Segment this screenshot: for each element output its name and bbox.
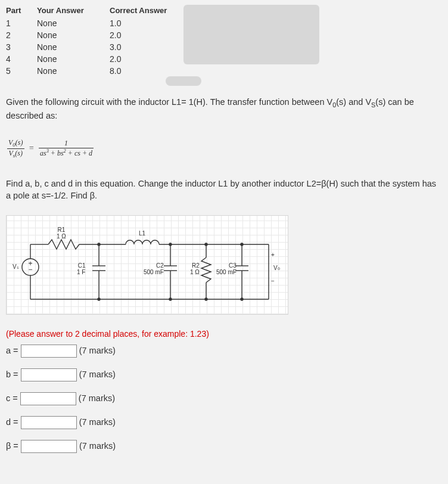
table-row: 4 None 2.0 bbox=[6, 53, 182, 65]
field-a-row: a = (7 marks) bbox=[6, 345, 442, 358]
label-d: d = bbox=[6, 417, 18, 427]
vo-minus: − bbox=[271, 278, 275, 284]
hdr-your: Your Answer bbox=[37, 5, 110, 17]
vs-label: Vₛ bbox=[13, 263, 19, 270]
marks-d: (7 marks) bbox=[79, 417, 116, 427]
c3-label: C3500 mF bbox=[216, 262, 237, 275]
label-beta: β = bbox=[6, 441, 18, 451]
svg-point-22 bbox=[98, 243, 100, 246]
hdr-correct: Correct Answer bbox=[110, 5, 182, 17]
field-c-row: c = (7 marks) bbox=[6, 392, 442, 405]
marks-b: (7 marks) bbox=[79, 370, 116, 379]
field-beta-row: β = (7 marks) bbox=[6, 440, 442, 453]
hdr-part: Part bbox=[6, 5, 37, 17]
svg-point-28 bbox=[205, 298, 207, 300]
field-b-row: b = (7 marks) bbox=[6, 368, 442, 381]
svg-point-29 bbox=[241, 298, 243, 300]
input-beta[interactable] bbox=[21, 440, 77, 453]
l1-label: L1 bbox=[139, 230, 145, 237]
vo-plus: + bbox=[271, 252, 275, 258]
table-row: 5 None 8.0 bbox=[6, 65, 182, 77]
field-d-row: d = (7 marks) bbox=[6, 416, 442, 429]
svg-point-25 bbox=[241, 243, 243, 246]
c1-label: C11 F bbox=[77, 262, 85, 275]
svg-point-27 bbox=[169, 298, 172, 300]
c2-label: C2500 mF bbox=[144, 262, 164, 275]
marks-a: (7 marks) bbox=[79, 346, 116, 355]
r2-label: R21 Ω bbox=[190, 262, 200, 275]
obscured-region bbox=[166, 76, 201, 86]
input-c[interactable] bbox=[20, 392, 76, 405]
input-b[interactable] bbox=[21, 368, 77, 381]
question-task: Find a, b, c and d in this equation. Cha… bbox=[6, 178, 442, 202]
vo-label: V₀ bbox=[273, 265, 280, 271]
question-intro: Given the following circuit with the ind… bbox=[6, 96, 442, 122]
label-b: b = bbox=[6, 370, 18, 379]
circuit-diagram: + − R11 Ω L1 C11 F C2500 mF R21 Ω C3500 … bbox=[6, 215, 288, 315]
table-row: 3 None 3.0 bbox=[6, 41, 182, 53]
svg-point-23 bbox=[169, 243, 172, 246]
svg-text:−: − bbox=[28, 265, 32, 274]
answers-table: Part Your Answer Correct Answer 1 None 1… bbox=[6, 5, 182, 77]
svg-point-26 bbox=[98, 298, 100, 300]
svg-point-24 bbox=[205, 243, 207, 246]
label-c: c = bbox=[6, 393, 18, 403]
obscured-region bbox=[183, 5, 319, 64]
input-a[interactable] bbox=[21, 345, 77, 358]
marks-c: (7 marks) bbox=[79, 393, 115, 403]
table-row: 2 None 2.0 bbox=[6, 29, 182, 41]
label-a: a = bbox=[6, 346, 18, 355]
input-d[interactable] bbox=[21, 416, 77, 429]
marks-beta: (7 marks) bbox=[79, 441, 116, 451]
transfer-function-equation: V0(s) Vs(s) = 1 as3 + bs2 + cs + d bbox=[7, 138, 94, 159]
table-row: 1 None 1.0 bbox=[6, 17, 182, 29]
precision-note: (Please answer to 2 decimal places, for … bbox=[6, 329, 442, 339]
r1-label: R11 Ω bbox=[57, 227, 66, 240]
